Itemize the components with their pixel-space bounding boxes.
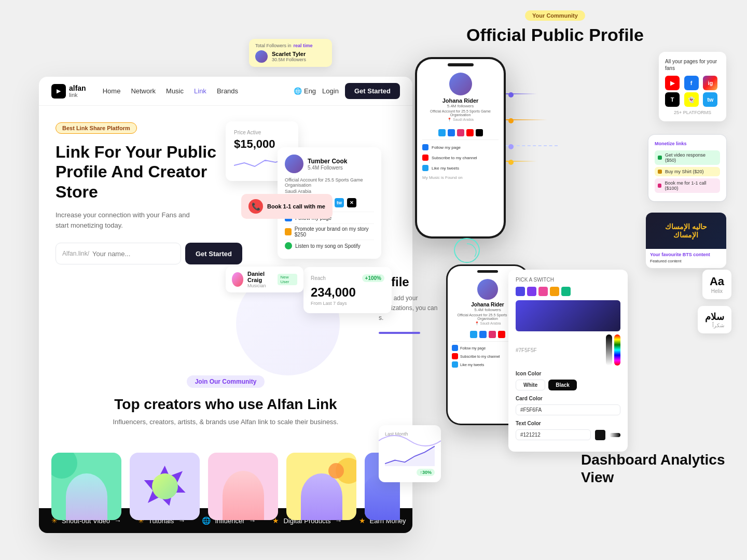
swatch-indigo[interactable] — [516, 287, 525, 296]
card-color-input[interactable] — [516, 404, 620, 415]
navbar: ▶ alfan link Home Network Music Link Bra… — [39, 77, 412, 106]
creator-followers: 5.4M Followers — [308, 165, 347, 171]
nav-network[interactable]: Network — [131, 87, 156, 95]
nav-right: 🌐 Eng Login Get Started — [294, 83, 400, 99]
platform-twitter: tw — [703, 92, 717, 107]
mini-creator-card: Daniel Craig Musician New User — [226, 267, 303, 292]
phone-link-tweets: Like my tweets — [417, 163, 504, 173]
hex-row: #7F5F5F — [516, 334, 620, 366]
jane-thumb — [286, 453, 356, 520]
text-color-label: Text Color — [516, 421, 620, 426]
phone-fb-icon — [448, 129, 455, 136]
price-label: Price Active — [234, 130, 290, 135]
promote-link-icon — [285, 228, 292, 235]
phone-link-subscribe: Subscribe to my channel — [417, 152, 504, 163]
reach-label: Reach — [311, 275, 326, 281]
tfc-row: Scarlet Tyler 30.5M Followers — [255, 50, 326, 63]
bader-thumb — [130, 453, 200, 520]
community-badge: Join Our Community — [187, 375, 265, 388]
phone-notch-2 — [477, 270, 498, 273]
hero-input[interactable] — [92, 250, 179, 258]
color-swatches — [516, 287, 620, 296]
conn-dot-3 — [508, 144, 514, 149]
community-title: Top creators who use Alfan Link — [60, 396, 392, 413]
nav-logo: ▶ alfan link — [51, 84, 86, 99]
phone-profile-avatar — [449, 73, 472, 95]
platforms-icons: ▶ f ig T 👻 tw — [665, 76, 720, 107]
conn-dot-2 — [508, 118, 514, 123]
lang-selector[interactable]: 🌐 Eng — [294, 87, 316, 95]
creator-header: Tumber Cook 5.4M Followers — [285, 155, 374, 173]
icon-color-label: Icon Color — [516, 371, 620, 376]
phone-profile-subtitle: Official Account for 25.5 Sports Game Or… — [422, 109, 499, 117]
total-followers-card: Total Followers in real time Scarlet Tyl… — [249, 39, 332, 67]
monetize-dot-1 — [658, 156, 662, 160]
gradient-preview — [516, 300, 620, 331]
phone-profile-header: Johana Rider 5.4M followers Official Acc… — [417, 71, 504, 129]
phone-profile-name: Johana Rider — [422, 97, 499, 104]
swatch-amber[interactable] — [550, 287, 559, 296]
typography-panel: Aa Helix — [702, 270, 731, 299]
icon-color-section: Icon Color White Black — [516, 371, 620, 390]
right-panel: Your Community Official Public Profile J… — [374, 10, 737, 58]
swatch-green[interactable] — [561, 287, 571, 296]
text-color-swatch — [595, 430, 605, 440]
pb-yt — [498, 331, 505, 338]
hero-title: Link For Your Public Profile And Creator… — [56, 142, 232, 202]
lang-label: Eng — [304, 87, 316, 95]
nav-links: Home Network Music Link Brands — [103, 87, 294, 95]
pb-tw — [470, 331, 477, 338]
dashboard-section: Dashboard Analytics View — [581, 451, 726, 486]
pick-switch-label: PICK A SWITCH — [516, 277, 620, 283]
icon-white-button[interactable]: White — [516, 380, 545, 390]
platforms-count: 25+ PLATFORMS — [665, 110, 720, 115]
hex-label: #7F5F5F — [516, 347, 537, 353]
nav-cta-button[interactable]: Get Started — [345, 83, 400, 99]
phone-tk-icon — [476, 129, 483, 136]
color-sliders — [606, 334, 620, 366]
pb-tweets-text: Like my tweets — [460, 363, 484, 367]
text-color-field — [516, 429, 620, 440]
pb-follow-text: Follow my page — [460, 346, 486, 350]
typography-preview: Aa — [710, 275, 724, 288]
phone-yt-icon — [466, 129, 474, 136]
logo-sub: link — [69, 92, 86, 98]
phone-profile-followers: 5.4M followers — [422, 104, 499, 108]
tfc-avatar — [255, 50, 268, 63]
nav-music[interactable]: Music — [166, 87, 184, 95]
phone-tweets-text: Like my tweets — [432, 166, 459, 171]
swatch-purple[interactable] — [527, 287, 536, 296]
nav-link[interactable]: Link — [194, 87, 206, 95]
icon-black-button[interactable]: Black — [548, 380, 577, 390]
monetize-text-3: Book me for 1-1 call ($100) — [665, 180, 717, 191]
nav-brands[interactable]: Brands — [217, 87, 238, 95]
arabic-card-image: حاليه الإمساكالإمساك — [646, 213, 726, 249]
tfc-label: Total Followers in — [255, 43, 292, 48]
chart-badge: ↑30% — [417, 469, 435, 476]
maria-avatar-shape — [223, 471, 264, 520]
conn-line-3 — [506, 145, 558, 146]
card-color-label: Card Color — [516, 396, 620, 401]
logo-icon: ▶ — [51, 84, 66, 99]
platform-youtube: ▶ — [665, 76, 680, 90]
phone-mockup-profile: Johana Rider 5.4M followers Official Acc… — [415, 57, 506, 239]
link-promote: Promote your brand on my story $250 — [285, 223, 374, 240]
monetize-panel: Monetize links Get video response ($50) … — [648, 135, 726, 201]
login-link[interactable]: Login — [322, 87, 339, 95]
brand-section: Johana Rider 5.4M followers Official Acc… — [446, 249, 737, 446]
monetize-item-3: Book me for 1-1 call ($100) — [655, 178, 720, 193]
nav-home[interactable]: Home — [103, 87, 121, 95]
creator-org: Official Account for 25.5 Sports Game Or… — [285, 177, 374, 188]
hue-slider[interactable] — [614, 334, 620, 366]
arabic-big-text: سلام — [705, 311, 724, 323]
text-color-slider[interactable] — [610, 433, 620, 437]
website-card: ▶ alfan link Home Network Music Link Bra… — [39, 77, 412, 533]
swatch-pink[interactable] — [538, 287, 548, 296]
hero-cta-button[interactable]: Get Started — [185, 243, 242, 264]
conn-dot-4 — [508, 160, 514, 165]
pb-fb — [479, 331, 487, 338]
monetize-text-2: Buy my Shirt ($20) — [665, 169, 704, 174]
hero-badge: Best Link Share Platform — [56, 122, 137, 134]
text-color-input[interactable] — [516, 429, 591, 440]
brightness-slider[interactable] — [606, 334, 612, 366]
